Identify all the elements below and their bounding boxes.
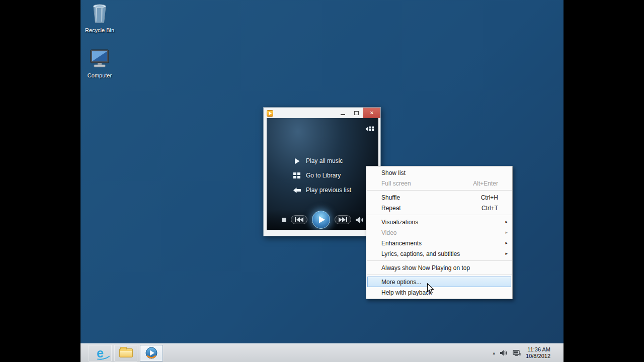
menu-separator — [367, 190, 512, 191]
maximize-button[interactable] — [350, 108, 363, 118]
menu-item-label: Full screen — [381, 180, 411, 187]
minimize-button[interactable] — [336, 108, 350, 118]
menu-item-label: More options... — [381, 279, 421, 286]
menu-item-label: Lyrics, captions, and subtitles — [381, 250, 460, 257]
menu-item-label: Help with playback — [381, 289, 432, 296]
submenu-arrow-icon: ▸ — [505, 217, 508, 227]
menu-item-full-screen: Full screen Alt+Enter — [366, 178, 512, 189]
network-icon — [513, 350, 521, 356]
tray-network-button[interactable] — [513, 350, 521, 356]
menu-item-more-options[interactable]: More options... — [367, 277, 511, 287]
stop-icon — [282, 218, 286, 222]
menu-item-shortcut: Alt+Enter — [473, 180, 498, 187]
show-hidden-icons-button[interactable]: ▴ — [493, 350, 496, 355]
close-button[interactable]: ✕ — [363, 108, 380, 118]
menu-item-help-with-playback[interactable]: Help with playback — [366, 287, 512, 298]
menu-item-shortcut: Ctrl+H — [481, 194, 498, 201]
desktop-icon-label: Computer — [88, 72, 112, 78]
menu-item-label: Enhancements — [381, 240, 422, 247]
menu-item-label: Visualizations — [381, 219, 418, 226]
wmp-window: ✕ — [263, 107, 381, 236]
previous-icon — [295, 217, 303, 222]
play-icon — [293, 158, 301, 164]
play-button[interactable] — [312, 211, 330, 229]
tray-volume-button[interactable] — [500, 350, 508, 356]
submenu-arrow-icon: ▸ — [505, 248, 508, 259]
switch-to-library-button[interactable] — [365, 126, 374, 133]
menu-item-label: Shuffle — [381, 194, 400, 201]
wmp-titlebar[interactable]: ✕ — [264, 108, 380, 118]
desktop-icon-label: Recycle Bin — [85, 27, 114, 33]
play-icon — [319, 216, 325, 223]
option-label: Go to Library — [306, 172, 341, 179]
taskbar-clock[interactable]: 11:36 AM 10/8/2012 — [526, 346, 550, 359]
menu-item-shuffle[interactable]: Shuffle Ctrl+H — [366, 192, 512, 203]
menu-item-show-list[interactable]: Show list — [366, 167, 512, 178]
system-tray: ▴ — [493, 346, 564, 359]
mouse-cursor — [427, 283, 434, 296]
go-to-library-option[interactable]: Go to Library — [293, 170, 351, 181]
volume-icon — [500, 350, 508, 356]
submenu-arrow-icon: ▸ — [505, 227, 508, 238]
menu-item-label: Always show Now Playing on top — [381, 264, 470, 272]
desktop-icon-computer[interactable]: Computer — [82, 49, 118, 78]
menu-item-always-show-now-playing-on-top[interactable]: Always show Now Playing on top — [366, 262, 512, 273]
back-arrow-icon — [293, 188, 301, 193]
menu-item-video: Video ▸ — [366, 227, 512, 238]
menu-item-shortcut: Ctrl+T — [481, 205, 498, 212]
computer-icon — [89, 49, 110, 71]
desktop[interactable]: Recycle Bin Computer — [80, 0, 564, 362]
playback-controls — [267, 210, 378, 230]
internet-explorer-icon: e — [97, 347, 104, 359]
next-button[interactable] — [335, 215, 351, 224]
taskbar: e ▴ — [80, 343, 564, 362]
menu-item-label: Show list — [381, 169, 406, 176]
option-label: Play all music — [306, 157, 343, 164]
taskbar-explorer-button[interactable] — [114, 345, 137, 361]
wmp-icon — [145, 346, 158, 359]
maximize-icon — [354, 111, 359, 115]
menu-separator — [367, 215, 512, 215]
menu-item-label: Video — [381, 229, 396, 236]
wmp-logo-icon — [267, 110, 273, 116]
switch-to-library-icon — [365, 126, 374, 132]
clock-time: 11:36 AM — [526, 346, 550, 353]
taskbar-wmp-button[interactable] — [140, 345, 163, 361]
clock-date: 10/8/2012 — [526, 353, 550, 359]
taskbar-buttons: e — [80, 345, 163, 361]
minimize-icon — [341, 114, 345, 115]
previous-button[interactable] — [291, 215, 307, 224]
volume-icon — [356, 217, 364, 223]
taskbar-ie-button[interactable]: e — [89, 345, 112, 361]
close-icon: ✕ — [370, 110, 374, 116]
play-previous-list-option[interactable]: Play previous list — [293, 185, 351, 196]
wmp-now-playing-view: Play all music Go to Library — [267, 118, 378, 230]
submenu-arrow-icon: ▸ — [505, 238, 508, 248]
menu-separator — [367, 275, 512, 275]
chevron-up-icon: ▴ — [493, 350, 496, 355]
stop-button[interactable] — [282, 218, 286, 222]
now-playing-menu: Play all music Go to Library — [293, 155, 351, 196]
menu-item-enhancements[interactable]: Enhancements ▸ — [366, 238, 512, 248]
recycle-bin-icon — [91, 3, 109, 26]
menu-item-visualizations[interactable]: Visualizations ▸ — [366, 217, 512, 227]
menu-item-lyrics-captions-subtitles[interactable]: Lyrics, captions, and subtitles ▸ — [366, 248, 512, 259]
desktop-icon-recycle-bin[interactable]: Recycle Bin — [82, 3, 118, 33]
library-grid-icon — [293, 172, 301, 178]
window-controls: ✕ — [336, 108, 380, 118]
wmp-context-menu: Show list Full screen Alt+Enter Shuffle … — [366, 166, 513, 299]
menu-separator — [367, 260, 512, 261]
menu-item-repeat[interactable]: Repeat Ctrl+T — [366, 203, 512, 213]
file-explorer-icon — [119, 348, 133, 357]
option-label: Play previous list — [306, 187, 351, 194]
letterbox-stage: Recycle Bin Computer — [0, 0, 644, 362]
menu-item-label: Repeat — [381, 205, 401, 212]
mute-button[interactable] — [356, 217, 364, 223]
play-all-music-option[interactable]: Play all music — [293, 155, 351, 166]
next-icon — [339, 217, 347, 222]
